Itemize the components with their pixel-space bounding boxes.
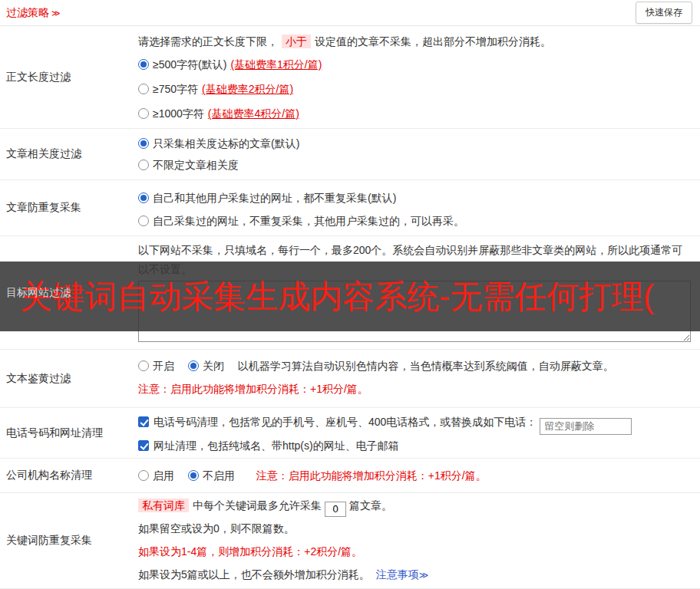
article-dedup-label: 文章防重复采集	[0, 180, 134, 235]
section-company-clean: 公司机构名称清理 启用 不启用 注意：启用此功能将增加积分消耗：+1积分/篇。	[0, 459, 700, 493]
section-relevance-filter: 文章相关度过滤 只采集相关度达标的文章(默认) 不限定文章相关度	[0, 129, 700, 180]
radio-icon[interactable]	[138, 160, 149, 170]
page-title-text: 过滤策略	[6, 6, 49, 18]
section-keyword-dedup: 关键词防重复采集 私有词库中每个关键词最多允许采集篇文章。 如果留空或设为0，则…	[0, 493, 700, 589]
notes-link[interactable]: 注意事项≫	[376, 568, 429, 581]
fee-note: (基础费率1积分/篇)	[230, 58, 322, 71]
length-option-1000[interactable]: ≥1000字符(基础费率4积分/篇)	[138, 101, 692, 126]
section-length-filter: 正文长度过滤 请选择需求的正文长度下限，小于设定值的文章不采集，超出部分不增加积…	[0, 26, 700, 129]
radio-icon[interactable]	[138, 59, 149, 70]
company-clean-label: 公司机构名称清理	[0, 459, 134, 492]
private-lexicon-badge: 私有词库	[138, 499, 189, 512]
max-collect-count-input[interactable]	[325, 502, 346, 517]
relevance-filter-label: 文章相关度过滤	[0, 129, 134, 179]
phone-clean-row: 电话号码清理，包括常见的手机号、座机号、400电话格式，或替换成如下电话：	[138, 411, 692, 435]
radio-icon[interactable]	[138, 138, 149, 149]
radio-icon[interactable]	[138, 108, 149, 119]
keyword-dedup-line4: 如果设为5篇或以上，也不会额外增加积分消耗。注意事项≫	[138, 563, 692, 587]
length-filter-desc: 请选择需求的正文长度下限，小于设定值的文章不采集，超出部分不增加积分消耗。	[138, 31, 692, 52]
radio-icon[interactable]	[188, 470, 199, 481]
company-clean-off-option[interactable]: 不启用	[188, 469, 238, 482]
relevance-option-any[interactable]: 不限定文章相关度	[138, 154, 692, 176]
radio-icon[interactable]	[138, 470, 149, 481]
dedup-option-own[interactable]: 自己采集过的网址，不重复采集，其他用户采集过的，可以再采。	[138, 209, 692, 232]
porn-filter-off-option[interactable]: 关闭	[188, 360, 227, 372]
url-clean-checkbox[interactable]	[138, 440, 149, 451]
keyword-dedup-label: 关键词防重复采集	[0, 493, 134, 588]
phone-url-clean-label: 电话号码和网址清理	[0, 408, 134, 458]
porn-filter-desc: 以机器学习算法自动识别色情内容，当色情概率达到系统阈值，自动屏蔽文章。	[238, 360, 614, 372]
radio-icon[interactable]	[138, 192, 149, 203]
fee-note: (基础费率4积分/篇)	[208, 107, 299, 120]
section-phone-url-clean: 电话号码和网址清理 电话号码清理，包括常见的手机号、座机号、400电话格式，或替…	[0, 408, 700, 459]
length-option-500[interactable]: ≥500字符(默认)(基础费率1积分/篇)	[138, 52, 692, 77]
length-filter-label: 正文长度过滤	[0, 26, 134, 128]
section-porn-filter: 文本鉴黄过滤 开启 关闭 以机器学习算法自动识别色情内容，当色情概率达到系统阈值…	[0, 350, 700, 408]
page-title[interactable]: 过滤策略≫	[6, 6, 61, 20]
company-clean-on-option[interactable]: 启用	[138, 469, 177, 482]
url-clean-row: 网址清理，包括纯域名、带http(s)的网址、电子邮箱	[138, 435, 692, 457]
smaller-than-badge: 小于	[282, 35, 311, 48]
radio-icon[interactable]	[138, 84, 149, 94]
replacement-phone-input[interactable]	[540, 418, 632, 435]
top-bar: 过滤策略≫ 快速保存	[0, 0, 700, 26]
keyword-dedup-line2: 如果留空或设为0，则不限篇数。	[138, 517, 692, 540]
fee-note: (基础费率2积分/篇)	[202, 83, 293, 95]
section-article-dedup: 文章防重复采集 自己和其他用户采集过的网址，都不重复采集(默认) 自己采集过的网…	[0, 180, 700, 236]
site-filter-label: 目标网站过滤	[0, 236, 134, 349]
porn-filter-on-option[interactable]: 开启	[138, 360, 177, 372]
radio-icon[interactable]	[138, 216, 149, 226]
phone-clean-checkbox[interactable]	[138, 416, 149, 427]
keyword-dedup-line3: 如果设为1-4篇，则增加积分消耗：+2积分/篇。	[138, 540, 692, 563]
quick-save-button[interactable]: 快速保存	[636, 2, 692, 24]
keyword-dedup-line1: 私有词库中每个关键词最多允许采集篇文章。	[138, 494, 692, 517]
double-chevron-icon: ≫	[51, 8, 61, 18]
radio-icon[interactable]	[138, 360, 149, 371]
radio-icon[interactable]	[188, 360, 199, 371]
dedup-option-global[interactable]: 自己和其他用户采集过的网址，都不重复采集(默认)	[138, 186, 692, 209]
relevance-option-strict[interactable]: 只采集相关度达标的文章(默认)	[138, 133, 692, 154]
length-option-750[interactable]: ≥750字符(基础费率2积分/篇)	[138, 77, 692, 101]
company-clean-note: 注意：启用此功能将增加积分消耗：+1积分/篇。	[256, 469, 487, 482]
porn-filter-label: 文本鉴黄过滤	[0, 350, 134, 407]
porn-filter-note: 注意：启用此功能将增加积分消耗：+1积分/篇。	[138, 377, 692, 400]
double-chevron-icon: ≫	[419, 570, 429, 581]
